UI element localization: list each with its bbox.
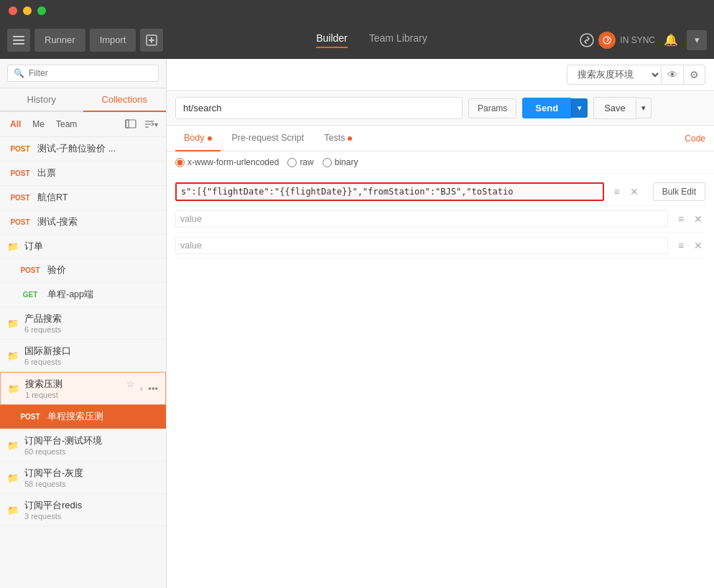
folder-icon: 📁: [7, 241, 19, 252]
body-option-urlencoded[interactable]: x-www-form-urlencoded: [175, 157, 279, 167]
row-delete-button[interactable]: ✕: [627, 185, 641, 199]
bulk-edit-button[interactable]: Bulk Edit: [653, 182, 705, 201]
filter-all[interactable]: All: [7, 118, 24, 131]
item-name: 单程-app端: [47, 289, 159, 301]
folder-sub: 6 requests: [24, 325, 159, 334]
row-menu-button[interactable]: ≡: [610, 185, 624, 199]
tab-collections[interactable]: Collections: [83, 88, 167, 112]
sync-button[interactable]: IN SYNC: [580, 32, 655, 49]
body-row: value ≡ ✕: [175, 237, 705, 259]
more-options-icon[interactable]: •••: [148, 383, 158, 394]
list-item[interactable]: POST 出票: [0, 162, 166, 186]
env-select[interactable]: 搜索灰度环境: [567, 65, 661, 84]
filter-input-wrap: 🔍: [7, 65, 159, 82]
bell-icon: 🔔: [664, 33, 678, 47]
folder-item-sub3[interactable]: 📁 订阅平台redis 3 requests: [0, 494, 166, 526]
search-icon: 🔍: [14, 68, 24, 78]
folder-item-inner: 产品搜索 6 requests: [24, 312, 159, 334]
folder-name: 国际新接口: [24, 345, 159, 358]
body-value-3[interactable]: value: [175, 237, 668, 254]
close-button[interactable]: [9, 6, 17, 15]
folder-sub: 60 requests: [24, 447, 159, 456]
item-name: 测试-搜索: [37, 216, 159, 228]
method-badge: POST: [7, 194, 33, 202]
tab-tests[interactable]: Tests: [315, 126, 361, 151]
nav-tabs: Builder Team Library: [167, 32, 575, 48]
row-actions: ≡ ✕: [610, 185, 641, 199]
menu-chevron-button[interactable]: ▾: [687, 30, 707, 50]
list-item[interactable]: POST 验价: [0, 258, 166, 283]
titlebar: [0, 0, 714, 22]
toolbar-right: IN SYNC 🔔 ▾: [580, 30, 707, 50]
folder-item-sub2[interactable]: 📁 订阅平台-灰度 58 requests: [0, 462, 166, 494]
filter-team[interactable]: Team: [53, 118, 80, 131]
chevron-down-icon: ▾: [641, 103, 646, 112]
svg-rect-5: [149, 39, 154, 41]
folder-item-search-stress[interactable]: 📁 搜索压测 ☆ 1 request › •••: [0, 372, 166, 405]
folder-name: 订阅平台-灰度: [24, 467, 159, 480]
folder-icon: 📁: [7, 318, 19, 329]
folder-name: 搜索压测: [25, 378, 122, 391]
sidebar-toggle-button[interactable]: [7, 29, 30, 52]
runner-button[interactable]: Runner: [34, 29, 85, 52]
maximize-button[interactable]: [37, 6, 46, 15]
folder-item-order[interactable]: 📁 订单: [0, 235, 166, 258]
folder-item-product-search[interactable]: 📁 产品搜索 6 requests: [0, 307, 166, 340]
main-layout: 🔍 History Collections All Me Team: [0, 59, 714, 588]
row-menu-button[interactable]: ≡: [674, 238, 688, 253]
folder-icon: 📁: [7, 472, 19, 483]
save-dropdown-button[interactable]: ▾: [636, 98, 652, 118]
sort-button[interactable]: ▾: [143, 116, 159, 132]
minimize-button[interactable]: [23, 6, 32, 15]
body-key-1[interactable]: s":[{"flightDate":"{{flightDate}}","from…: [175, 182, 604, 201]
folder-item-inner: 订阅平台-测试环境 60 requests: [24, 434, 159, 456]
env-gear-button[interactable]: ⚙: [683, 65, 705, 84]
folder-icon: 📁: [7, 505, 19, 515]
row-delete-button[interactable]: ✕: [691, 238, 705, 253]
svg-rect-2: [13, 43, 24, 45]
list-item[interactable]: POST 测试-子舱位验价 ...: [0, 137, 166, 162]
env-eye-button[interactable]: 👁: [661, 65, 683, 84]
item-name: 测试-子舱位验价 ...: [37, 143, 159, 155]
folder-name: 产品搜索: [24, 312, 159, 325]
tab-team-library[interactable]: Team Library: [369, 32, 427, 48]
row-delete-button[interactable]: ✕: [691, 212, 705, 226]
list-item[interactable]: POST 测试-搜索: [0, 210, 166, 235]
list-item-active[interactable]: POST 单程搜索压测: [0, 405, 166, 429]
send-group: Send ▾: [522, 98, 588, 118]
tab-body[interactable]: Body: [175, 126, 221, 151]
list-item[interactable]: GET 单程-app端: [0, 283, 166, 307]
send-dropdown-button[interactable]: ▾: [571, 98, 588, 118]
url-input[interactable]: [175, 97, 463, 119]
save-group: Save ▾: [593, 97, 652, 119]
row-menu-button[interactable]: ≡: [674, 212, 688, 226]
tab-builder[interactable]: Builder: [316, 32, 348, 48]
import-button[interactable]: Import: [90, 29, 136, 52]
chevron-down-icon: ▾: [695, 34, 700, 45]
body-value-2[interactable]: value: [175, 210, 668, 228]
list-item[interactable]: POST 航信RT: [0, 186, 166, 210]
params-button[interactable]: Params: [468, 98, 516, 118]
body-option-binary[interactable]: binary: [323, 157, 358, 167]
save-button[interactable]: Save: [593, 97, 636, 119]
send-button[interactable]: Send: [522, 98, 571, 118]
folder-name: 订阅平台redis: [24, 499, 159, 512]
filter-input[interactable]: [29, 68, 152, 78]
new-collection-button[interactable]: [123, 116, 139, 132]
method-badge: GET: [17, 291, 43, 299]
filter-me[interactable]: Me: [29, 118, 47, 131]
tab-history[interactable]: History: [0, 88, 83, 111]
notification-button[interactable]: 🔔: [661, 30, 681, 50]
right-panel: 搜索灰度环境 👁 ⚙ Params Send ▾: [167, 59, 714, 588]
body-option-raw[interactable]: raw: [287, 157, 313, 167]
tab-prerequest[interactable]: Pre-request Script: [223, 126, 313, 151]
folder-item-intl[interactable]: 📁 国际新接口 6 requests: [0, 340, 166, 372]
gear-icon: ⚙: [690, 69, 699, 80]
code-link[interactable]: Code: [685, 134, 705, 144]
folder-icon: 📁: [7, 350, 19, 361]
new-tab-button[interactable]: [140, 29, 163, 52]
env-row: 搜索灰度环境 👁 ⚙: [167, 59, 714, 91]
body-options: x-www-form-urlencoded raw binary: [167, 151, 714, 174]
folder-item-sub1[interactable]: 📁 订阅平台-测试环境 60 requests: [0, 429, 166, 462]
sidebar-list: POST 测试-子舱位验价 ... POST 出票 POST 航信RT POST…: [0, 137, 166, 588]
